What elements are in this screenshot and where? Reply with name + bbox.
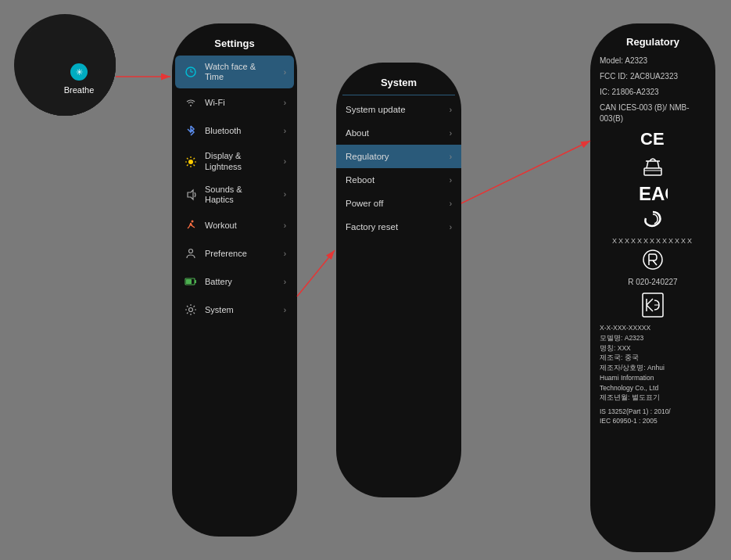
bluetooth-icon: [183, 123, 199, 138]
about-chevron: ›: [450, 129, 452, 138]
battery-label: Battery: [205, 277, 278, 287]
svg-point-13: [192, 221, 194, 223]
display-chevron: ›: [284, 157, 286, 166]
sounds-label: Sounds &Haptics: [205, 185, 278, 205]
svg-line-22: [658, 161, 659, 168]
r-number: R 020-240227: [600, 277, 706, 288]
custom-symbol: [600, 209, 706, 234]
wifi-label: Wi-Fi: [205, 98, 278, 108]
system-title: System: [336, 77, 461, 88]
watch-panel: 08 calendar ⏰ Alarm ⚙ Settings ✳ Breathe: [14, 14, 116, 116]
settings-bluetooth-item[interactable]: Bluetooth ›: [175, 117, 294, 145]
ic-text: IC: 21806-A2323: [600, 87, 706, 98]
svg-rect-20: [644, 168, 661, 175]
wifi-icon: [183, 95, 199, 110]
display-icon: [183, 154, 199, 170]
breathe-icon: ✳: [70, 63, 88, 81]
barcode-text: XXXXXXXXXXXXX: [600, 237, 706, 245]
system-update-item[interactable]: System update ›: [336, 98, 461, 121]
watchface-chevron: ›: [284, 68, 286, 77]
workout-icon: [183, 217, 199, 233]
sounds-chevron: ›: [284, 190, 286, 199]
fcc-text: FCC ID: 2AC8UA2323: [600, 71, 706, 82]
settings-preference-item[interactable]: Preference ›: [175, 239, 294, 267]
regulatory-label: Regulatory: [346, 152, 443, 161]
system-panel: System System update › About › Regulator…: [336, 63, 461, 497]
settings-panel: Settings Watch face &Time › Wi-Fi › Blue…: [172, 23, 297, 537]
svg-text:EAC: EAC: [639, 183, 668, 203]
settings-display-item[interactable]: Display &Lightness ›: [175, 145, 294, 178]
settings-system-item[interactable]: System ›: [175, 296, 294, 324]
svg-text:CE: CE: [640, 129, 665, 148]
svg-point-26: [643, 250, 662, 269]
settings-wifi-item[interactable]: Wi-Fi ›: [175, 88, 294, 117]
system-icon: [183, 302, 199, 318]
power-off-chevron: ›: [450, 199, 452, 208]
svg-point-14: [189, 249, 193, 253]
system-update-label: System update: [346, 105, 443, 114]
about-item[interactable]: About ›: [336, 121, 461, 145]
settings-title: Settings: [172, 38, 297, 49]
breathe-item[interactable]: ✳ Breathe: [28, 28, 116, 116]
display-label: Display &Lightness: [205, 151, 278, 171]
battery-chevron: ›: [284, 278, 286, 286]
regulatory-title: Regulatory: [600, 36, 706, 48]
svg-point-3: [188, 160, 193, 164]
breathe-label: Breathe: [64, 85, 95, 95]
factory-reset-label: Factory reset: [346, 222, 443, 232]
svg-rect-17: [186, 279, 192, 284]
settings-sounds-item[interactable]: Sounds &Haptics ›: [175, 178, 294, 211]
system-chevron: ›: [284, 306, 286, 314]
sounds-icon: [183, 187, 199, 203]
kc-symbol: [600, 293, 706, 321]
svg-point-18: [189, 308, 193, 312]
preference-label: Preference: [205, 249, 278, 259]
wifi-chevron: ›: [284, 99, 286, 107]
workout-chevron: ›: [284, 221, 286, 230]
about-label: About: [346, 128, 443, 138]
svg-line-21: [647, 161, 648, 168]
is-standard: IS 13252(Part 1) : 2010/IEC 60950-1 : 20…: [600, 407, 706, 426]
reboot-item[interactable]: Reboot ›: [336, 168, 461, 192]
reboot-chevron: ›: [450, 176, 452, 185]
reboot-label: Reboot: [346, 175, 443, 185]
svg-line-10: [194, 158, 195, 160]
model-text: Model: A2323: [600, 56, 706, 66]
settings-battery-item[interactable]: Battery ›: [175, 267, 294, 296]
settings-workout-item[interactable]: Workout ›: [175, 211, 294, 239]
regulatory-panel: Regulatory Model: A2323 FCC ID: 2AC8UA23…: [590, 23, 715, 552]
settings-watchface-item[interactable]: Watch face &Time ›: [175, 56, 294, 88]
factory-reset-chevron: ›: [450, 223, 452, 232]
svg-rect-27: [643, 293, 663, 317]
power-off-item[interactable]: Power off ›: [336, 192, 461, 215]
svg-line-9: [194, 164, 195, 166]
svg-line-8: [187, 158, 188, 160]
workout-label: Workout: [205, 221, 278, 231]
factory-reset-item[interactable]: Factory reset ›: [336, 215, 461, 239]
regulatory-item[interactable]: Regulatory ›: [336, 145, 461, 168]
system-update-chevron: ›: [450, 106, 452, 114]
svg-marker-12: [188, 190, 193, 199]
bluetooth-label: Bluetooth: [205, 126, 278, 136]
preference-chevron: ›: [284, 249, 286, 258]
preference-icon: [183, 246, 199, 261]
ce-symbol: CE: [600, 129, 706, 151]
weee-symbol: [600, 154, 706, 179]
regulatory-chevron: ›: [450, 153, 452, 161]
svg-rect-16: [195, 280, 196, 283]
battery-icon: [183, 274, 199, 289]
eac-symbol: EAC: [600, 181, 706, 206]
arrow-system-to-panel: [297, 250, 335, 296]
svg-line-11: [187, 164, 188, 166]
can-text: CAN ICES-003 (B)/ NMB-003(B): [600, 102, 706, 124]
watchface-label: Watch face &Time: [205, 62, 278, 82]
korean-info: X-X-XXX-XXXXX모델명: A2323명칭: XXX제조국: 중국제조자…: [600, 323, 706, 403]
bluetooth-chevron: ›: [284, 127, 286, 135]
r-symbol: [600, 248, 706, 275]
arrow-regulatory-to-panel: [461, 141, 590, 203]
power-off-label: Power off: [346, 199, 443, 208]
system-label: System: [205, 305, 278, 315]
watchface-icon: [183, 64, 199, 80]
